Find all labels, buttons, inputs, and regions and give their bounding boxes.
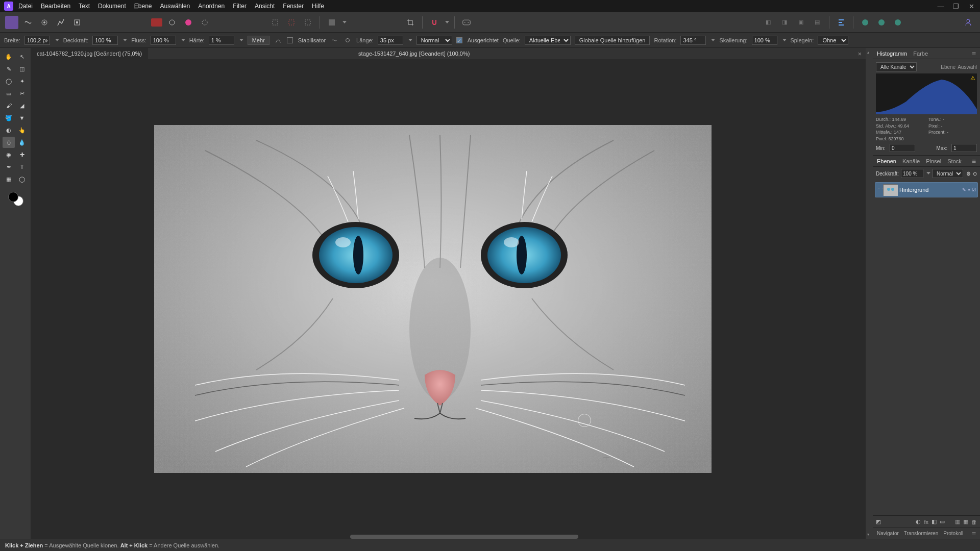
histogram-selection-button[interactable]: Auswahl [958,64,977,70]
foreground-color-swatch[interactable] [8,192,18,202]
layer-opacity-input[interactable] [901,169,923,178]
pressure-icon[interactable] [274,36,283,45]
stock-tab[interactable]: Stock [947,158,962,164]
fill-tool[interactable]: 🪣 [3,112,15,123]
healing-tool[interactable]: ✚ [16,149,28,160]
mesh-tool[interactable]: ▦ [3,173,15,185]
scrollbar-thumb[interactable] [350,535,578,539]
layer-cog-icon[interactable]: ⊙ [973,171,977,177]
brushes-tab[interactable]: Pinsel [926,158,941,164]
selection-brush-tool[interactable]: ◯ [3,76,15,87]
rope-mode-icon[interactable] [330,36,339,45]
scale-input[interactable] [752,36,777,45]
layer-blend-select[interactable]: Normal [933,169,963,178]
erase-tool[interactable]: ◢ [16,100,28,111]
document-tab-1[interactable]: cat-1045782_1920.jpg [Geändert] (75,0%) [31,48,148,59]
horizontal-scrollbar[interactable] [41,535,855,539]
hardness-dropdown-icon[interactable] [239,39,243,42]
flow-input[interactable] [151,36,176,45]
window-mode-icon[interactable] [343,36,352,45]
tone-mapping-persona-button[interactable] [54,16,67,29]
snapping-dropdown-icon[interactable] [445,21,449,24]
pen-tool[interactable]: ✒ [3,161,15,172]
selection-new-button[interactable] [268,16,282,29]
document-tab-2[interactable]: stage-1531427_640.jpg [Geändert] (100,0%… [352,48,476,59]
more-button[interactable]: Mehr [248,36,270,45]
menu-fenster[interactable]: Fenster [283,3,304,10]
history-tab[interactable]: Protokoll [943,531,963,536]
arrange-button-2[interactable]: ◨ [778,16,791,29]
blur-tool[interactable]: 💧 [16,137,28,148]
quickmask-dropdown-icon[interactable] [342,21,347,24]
source-select[interactable]: Aktuelle Ebene [525,36,571,45]
min-input[interactable] [890,144,915,152]
length-dropdown-icon[interactable] [408,39,412,42]
channel-select[interactable]: Alle Kanäle [876,62,917,71]
menu-ansicht[interactable]: Ansicht [255,3,275,10]
close-button[interactable]: ✕ [967,3,976,10]
stabilizer-checkbox[interactable] [287,37,293,43]
opacity-dropdown-icon[interactable] [123,39,127,42]
rotation-dropdown-icon[interactable] [711,39,715,42]
menu-anordnen[interactable]: Anordnen [198,3,225,10]
opacity-input[interactable] [92,36,118,45]
mirror-select[interactable]: Ohne [818,36,848,45]
maximize-button[interactable]: ❐ [951,3,961,10]
histogram-layer-button[interactable]: Ebene [941,64,955,70]
vertical-scrollbar[interactable]: ▴ ▾ [866,48,873,539]
flow-dropdown-icon[interactable] [181,39,185,42]
viewport[interactable] [31,59,866,539]
transform-tab[interactable]: Transformieren [904,531,938,536]
length-input[interactable] [378,36,403,45]
autowb-button[interactable] [198,16,211,29]
snapping-button[interactable] [428,16,441,29]
color-swatches[interactable] [0,191,31,211]
paint-brush-tool[interactable]: 🖌 [3,100,15,111]
canvas-image[interactable] [154,125,712,473]
view-tool[interactable]: ✋ [3,51,15,62]
layer-add-icon[interactable]: ▥ [955,518,960,525]
menu-filter[interactable]: Filter [233,3,247,10]
color-picker-tool[interactable]: ✎ [3,63,15,74]
arrange-button-1[interactable]: ◧ [762,16,775,29]
layer-lock-icon[interactable]: ▪ [968,187,970,192]
layer-merge-icon[interactable]: ▦ [963,518,968,525]
sync-button-1[interactable] [859,16,872,29]
layer-drag-handle[interactable]: ⋮⋮ [877,185,881,195]
menu-datei[interactable]: Datei [18,3,33,10]
photo-persona-button[interactable] [5,16,18,29]
account-button[interactable] [962,16,975,29]
layer-delete-icon[interactable]: 🗑 [971,519,977,525]
tab-close-icon[interactable]: × [857,50,862,58]
scale-dropdown-icon[interactable] [782,39,787,42]
layer-adjustment-icon[interactable]: ◐ [916,518,921,525]
marquee-tool[interactable]: ▭ [3,88,15,99]
menu-ebene[interactable]: Ebene [134,3,152,10]
align-button[interactable] [835,16,848,29]
layers-tab[interactable]: Ebenen [877,158,896,164]
layer-fx-icon[interactable]: ⚙ [966,171,971,177]
inpainting-tool[interactable]: ◉ [3,149,15,160]
liquify-persona-button[interactable] [21,16,35,29]
color-tab[interactable]: Farbe [913,51,928,57]
layer-mask-icon[interactable]: ◩ [876,518,881,525]
shape-tool[interactable]: ◯ [16,173,28,185]
menu-hilfe[interactable]: Hilfe [312,3,324,10]
arrange-button-4[interactable]: ▤ [811,16,824,29]
arrange-button-3[interactable]: ▣ [794,16,807,29]
layer-item[interactable]: ⋮⋮ Hintergrund ✎ ▪ ☑ [875,182,978,197]
smudge-tool[interactable]: 👆 [16,124,28,136]
menu-dokument[interactable]: Dokument [98,3,126,10]
add-global-source-button[interactable]: Globale Quelle hinzufügen [575,36,650,45]
quickmask-button[interactable] [325,16,338,29]
freehand-select-tool[interactable]: ✂ [16,88,28,99]
menu-text[interactable]: Text [79,3,90,10]
channels-tab[interactable]: Kanäle [902,158,920,164]
sync-button-2[interactable] [875,16,888,29]
crop-tool-button[interactable] [404,16,417,29]
dodge-tool[interactable]: ◐ [3,124,15,136]
max-input[interactable] [951,144,977,152]
histogram-tab[interactable]: Histogramm [877,51,907,57]
menu-bearbeiten[interactable]: Bearbeiten [41,3,70,10]
width-dropdown-icon[interactable] [55,39,59,42]
